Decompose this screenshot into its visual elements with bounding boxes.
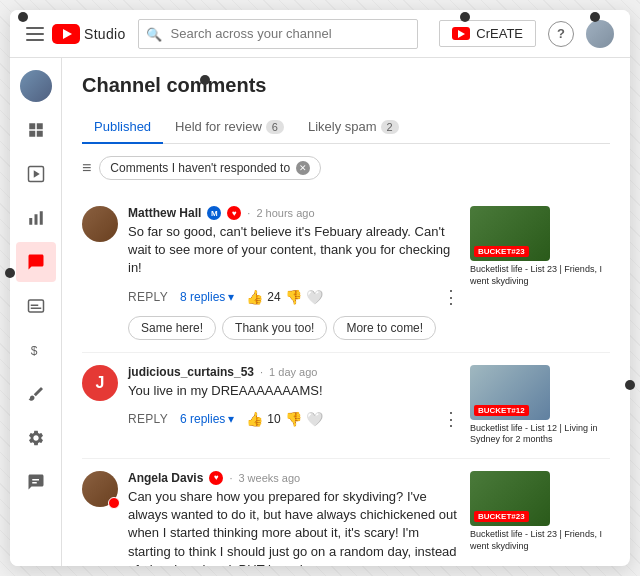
more-options-2[interactable]: ⋮	[442, 408, 460, 430]
sidebar-item-subtitles[interactable]	[16, 286, 56, 326]
comment-like-badge-1: ♥	[227, 206, 241, 220]
svg-rect-9	[34, 214, 37, 225]
svg-text:$: $	[30, 344, 37, 358]
like-count-2: 10	[267, 412, 280, 426]
svg-rect-10	[39, 211, 42, 225]
logo-container: Studio	[52, 24, 126, 44]
comment-timestamp-1: 2 hours ago	[256, 207, 314, 219]
comment-author-2: judicious_curtains_53	[128, 365, 254, 379]
search-input[interactable]	[138, 19, 418, 49]
play-square-icon	[27, 165, 45, 183]
comment-item-1: Matthew Hall M ♥ · 2 hours ago So far so…	[82, 194, 610, 353]
comment-author-3: Angela Davis	[128, 471, 203, 485]
create-button[interactable]: CrEATE	[439, 20, 536, 47]
filter-chip-close[interactable]: ✕	[296, 161, 310, 175]
svg-rect-3	[36, 123, 42, 129]
filter-row: ≡ Comments I haven't responded to ✕	[82, 156, 610, 180]
page-title: Channel comments	[82, 74, 610, 97]
comments-icon	[27, 253, 45, 271]
thumb-image-1: BUCKET#23	[470, 206, 550, 261]
thumb-down-icon-1[interactable]: 👎	[285, 289, 302, 305]
comment-thumb-2[interactable]: BUCKET#12	[470, 365, 550, 420]
svg-rect-8	[29, 218, 32, 225]
deco-dot-4	[200, 75, 210, 85]
channel-avatar	[20, 70, 52, 102]
main-layout: $ Channel comments Published	[10, 58, 630, 566]
comment-item-2: J judicious_curtains_53 · 1 day ago You …	[82, 353, 610, 459]
create-video-icon	[452, 27, 470, 40]
sidebar-item-avatar[interactable]	[16, 66, 56, 106]
comment-body-2: judicious_curtains_53 · 1 day ago You li…	[128, 365, 460, 446]
comment-author-1: Matthew Hall	[128, 206, 201, 220]
comment-thumb-1[interactable]: BUCKET#23	[470, 206, 550, 261]
held-review-badge: 6	[266, 120, 284, 134]
comment-actions-1: REPLY 8 replies ▾ 👍 24 👎 🤍 ⋮	[128, 286, 460, 308]
more-options-1[interactable]: ⋮	[442, 286, 460, 308]
chevron-down-icon-2: ▾	[228, 412, 234, 426]
feedback-icon	[27, 473, 45, 491]
thumb-down-icon-2[interactable]: 👎	[285, 411, 302, 427]
comment-right-1: BUCKET#23 Bucketlist life - List 23 | Fr…	[470, 206, 610, 340]
like-count-1: 24	[267, 290, 280, 304]
comment-avatar-1	[82, 206, 118, 242]
heart-icon-1[interactable]: 🤍	[306, 289, 323, 305]
hamburger-menu[interactable]	[26, 27, 44, 41]
create-label: CrEATE	[476, 26, 523, 41]
search-icon: 🔍	[146, 26, 162, 41]
filter-chip[interactable]: Comments I haven't responded to ✕	[99, 156, 321, 180]
heart-icon-2[interactable]: 🤍	[306, 411, 323, 427]
user-avatar[interactable]	[586, 20, 614, 48]
tab-held-for-review[interactable]: Held for review 6	[163, 111, 296, 144]
content-area: Channel comments Published Held for revi…	[62, 58, 630, 566]
reply-chip-1-0[interactable]: Same here!	[128, 316, 216, 340]
comment-right-2: BUCKET#12 Bucketlist life - List 12 | Li…	[470, 365, 610, 446]
replies-btn-2[interactable]: 6 replies ▾	[180, 412, 234, 426]
comment-right-3: BUCKET#23 Bucketlist life - List 23 | Fr…	[470, 471, 610, 566]
deco-dot-2	[460, 12, 470, 22]
sidebar-item-analytics[interactable]	[16, 198, 56, 238]
chevron-down-icon-1: ▾	[228, 290, 234, 304]
svg-marker-7	[33, 170, 39, 178]
comment-avatar-2: J	[82, 365, 118, 401]
reply-button-1[interactable]: REPLY	[128, 290, 168, 304]
app-window: Studio 🔍 CrEATE ?	[10, 10, 630, 566]
thumb-up-icon-2[interactable]: 👍	[246, 411, 263, 427]
sidebar-item-feedback[interactable]	[16, 462, 56, 502]
comment-text-2: You live in my DREAAAAAAAMS!	[128, 382, 460, 400]
comment-separator-2: ·	[260, 366, 263, 378]
sidebar-item-content[interactable]	[16, 154, 56, 194]
comment-timestamp-3: 3 weeks ago	[238, 472, 300, 484]
sidebar-item-settings[interactable]	[16, 418, 56, 458]
like-section-2: 👍 10 👎 🤍	[246, 411, 322, 427]
filter-icon: ≡	[82, 159, 91, 177]
sidebar-item-dashboard[interactable]	[16, 110, 56, 150]
reply-button-2[interactable]: REPLY	[128, 412, 168, 426]
svg-rect-2	[29, 123, 35, 129]
comment-body-1: Matthew Hall M ♥ · 2 hours ago So far so…	[128, 206, 460, 340]
sidebar-item-monetization[interactable]: $	[16, 330, 56, 370]
comment-member-badge-1: M	[207, 206, 221, 220]
comment-text-1: So far so good, can't believe it's Febua…	[128, 223, 460, 278]
reply-chip-1-1[interactable]: Thank you too!	[222, 316, 327, 340]
sidebar-item-comments[interactable]	[16, 242, 56, 282]
replies-count-1: 8 replies	[180, 290, 225, 304]
dollar-icon: $	[27, 341, 45, 359]
likely-spam-badge: 2	[381, 120, 399, 134]
comment-text-3: Can you share how you prepared for skydi…	[128, 488, 460, 566]
gear-icon	[27, 429, 45, 447]
reply-chip-1-2[interactable]: More to come!	[333, 316, 436, 340]
tab-likely-spam[interactable]: Likely spam 2	[296, 111, 411, 144]
help-button[interactable]: ?	[548, 21, 574, 47]
comment-thumb-3[interactable]: BUCKET#23	[470, 471, 550, 526]
sidebar-item-customization[interactable]	[16, 374, 56, 414]
video-title-3: Bucketlist life - List 23 | Friends, I w…	[470, 529, 610, 552]
comment-timestamp-2: 1 day ago	[269, 366, 317, 378]
tab-published[interactable]: Published	[82, 111, 163, 144]
subtitles-icon	[27, 297, 45, 315]
thumb-up-icon-1[interactable]: 👍	[246, 289, 263, 305]
deco-dot-1	[18, 12, 28, 22]
youtube-logo	[52, 24, 80, 44]
comment-item-3: Angela Davis ♥ · 3 weeks ago Can you sha…	[82, 459, 610, 566]
comment-time-1: ·	[247, 207, 250, 219]
replies-btn-1[interactable]: 8 replies ▾	[180, 290, 234, 304]
